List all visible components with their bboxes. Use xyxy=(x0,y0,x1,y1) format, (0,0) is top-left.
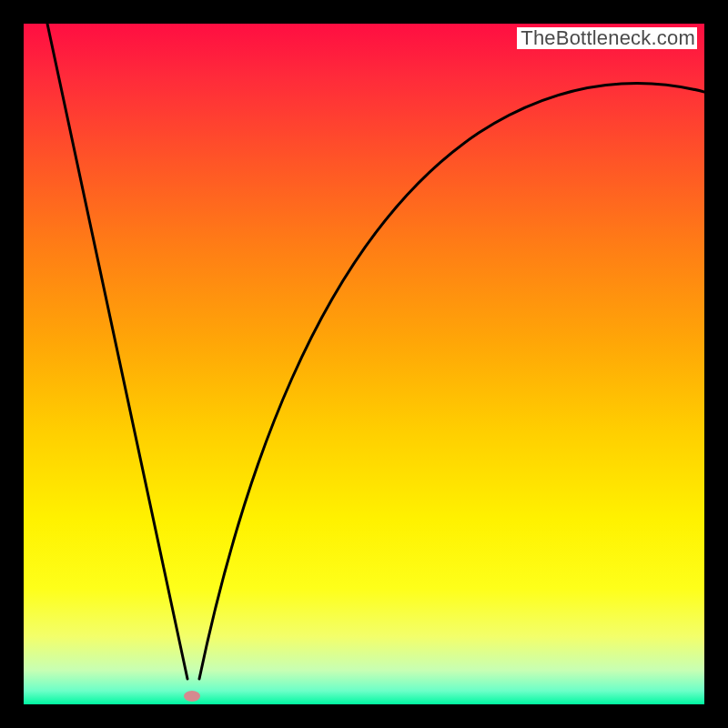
curve-left-segment xyxy=(47,24,187,679)
bottleneck-curve xyxy=(24,24,704,704)
curve-min-marker xyxy=(184,691,200,702)
chart-plot-area: TheBottleneck.com xyxy=(24,24,704,704)
curve-right-segment xyxy=(199,83,704,679)
